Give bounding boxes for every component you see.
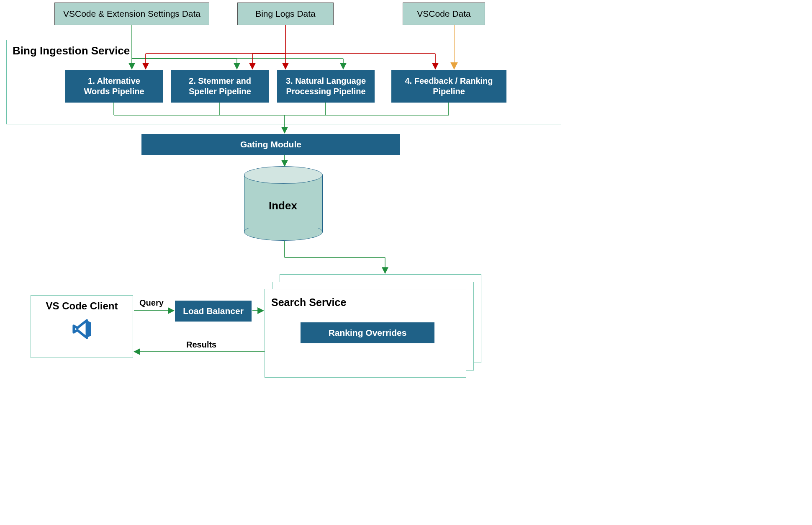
search-service-title: Search Service bbox=[271, 296, 346, 309]
index-label: Index bbox=[269, 199, 297, 212]
pipeline-stemmer-l2: Speller Pipeline bbox=[189, 86, 251, 97]
vscode-client: VS Code Client bbox=[31, 295, 133, 358]
edge-label-results: Results bbox=[186, 340, 216, 350]
datasource-vscode-settings: VSCode & Extension Settings Data bbox=[54, 3, 209, 25]
vscode-client-title: VS Code Client bbox=[46, 300, 118, 312]
pipeline-alt-words-l1: 1. Alternative bbox=[88, 76, 140, 86]
pipeline-feedback-l2: Pipeline bbox=[433, 86, 465, 97]
pipeline-stemmer-l1: 2. Stemmer and bbox=[189, 76, 251, 86]
pipeline-nlp: 3. Natural Language Processing Pipeline bbox=[277, 70, 375, 103]
pipeline-alt-words: 1. Alternative Words Pipeline bbox=[65, 70, 163, 103]
pipeline-stemmer: 2. Stemmer and Speller Pipeline bbox=[171, 70, 269, 103]
ranking-overrides: Ranking Overrides bbox=[301, 322, 434, 343]
load-balancer: Load Balancer bbox=[175, 301, 252, 322]
pipeline-feedback: 4. Feedback / Ranking Pipeline bbox=[391, 70, 506, 103]
pipeline-alt-words-l2: Words Pipeline bbox=[84, 86, 144, 97]
edge-label-query: Query bbox=[139, 298, 164, 308]
vscode-icon bbox=[66, 318, 98, 340]
datasource-vscode: VSCode Data bbox=[403, 3, 485, 25]
bing-ingestion-service-title: Bing Ingestion Service bbox=[13, 44, 130, 57]
pipeline-feedback-l1: 4. Feedback / Ranking bbox=[405, 76, 493, 86]
gating-module: Gating Module bbox=[141, 134, 400, 155]
pipeline-nlp-l1: 3. Natural Language bbox=[286, 76, 366, 86]
pipeline-nlp-l2: Processing Pipeline bbox=[286, 86, 365, 97]
datasource-bing-logs: Bing Logs Data bbox=[237, 3, 334, 25]
architecture-diagram: VSCode & Extension Settings Data Bing Lo… bbox=[0, 0, 619, 419]
